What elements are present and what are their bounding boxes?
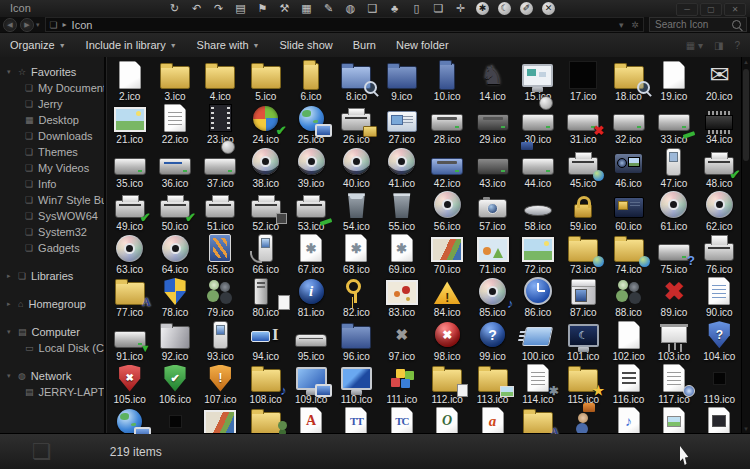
key-plus-icon[interactable]: ✛ xyxy=(454,2,467,15)
file-item[interactable]: 86.ico xyxy=(515,276,560,319)
file-item[interactable]: 34.ico xyxy=(697,103,742,146)
file-item[interactable]: ✔49.ico xyxy=(107,190,152,233)
sidebar-item-gadgets[interactable]: ❏Gadgets xyxy=(0,240,104,256)
file-item[interactable]: 103.ico xyxy=(651,320,696,363)
file-item[interactable]: 55.ico xyxy=(379,190,424,233)
trash-icon[interactable]: ▯ xyxy=(410,2,423,15)
vertical-scrollbar[interactable]: ▲ ▼ xyxy=(741,57,750,434)
sidebar-item-my-videos[interactable]: ❏My Videos xyxy=(0,160,104,176)
file-item[interactable]: 56.ico xyxy=(425,190,470,233)
file-item[interactable] xyxy=(651,406,696,434)
search-box[interactable] xyxy=(649,17,747,32)
file-item[interactable]: 63.ico xyxy=(107,233,152,276)
file-item[interactable]: ✖105.ico xyxy=(107,363,152,406)
file-item[interactable]: 51.ico xyxy=(198,190,243,233)
sidebar-item-jerry[interactable]: ❏Jerry xyxy=(0,96,104,112)
file-item[interactable]: 15.ico xyxy=(515,60,560,103)
file-item[interactable]: ♪108.ico xyxy=(243,363,288,406)
file-item[interactable]: 25.ico xyxy=(288,103,333,146)
pen-icon[interactable]: ✎ xyxy=(322,2,335,15)
moon-icon[interactable]: ☾ xyxy=(498,2,511,15)
file-item[interactable]: 3.ico xyxy=(152,60,197,103)
file-item[interactable]: ✔50.ico xyxy=(152,190,197,233)
maximize-button[interactable]: ▢ xyxy=(700,3,722,16)
file-item[interactable]: ✱68.ico xyxy=(334,233,379,276)
file-item[interactable]: 94.ico xyxy=(243,320,288,363)
file-item[interactable]: 26.ico xyxy=(334,103,379,146)
contacts-icon[interactable]: ❑ xyxy=(366,2,379,15)
gear-icon[interactable]: ✱ xyxy=(476,2,489,15)
file-item[interactable]: 112.ico xyxy=(425,363,470,406)
file-item[interactable]: 5.ico xyxy=(243,60,288,103)
file-item[interactable]: 18.ico xyxy=(606,60,651,103)
file-item[interactable]: 43.ico xyxy=(470,147,515,190)
file-item[interactable]: 29.ico xyxy=(470,103,515,146)
file-item[interactable]: 80.ico xyxy=(243,276,288,319)
file-item[interactable]: 32.ico xyxy=(606,103,651,146)
file-item[interactable]: 22.ico xyxy=(152,103,197,146)
file-item[interactable]: 54.ico xyxy=(334,190,379,233)
sidebar-item-homegroup[interactable]: ▸⌂Homegroup xyxy=(0,296,104,312)
sidebar-item-libraries[interactable]: ▸❏Libraries xyxy=(0,268,104,284)
expander-icon[interactable]: ▾ xyxy=(7,372,13,380)
file-item[interactable]: 60.ico xyxy=(606,190,651,233)
file-item[interactable] xyxy=(107,406,152,434)
file-item[interactable]: 19.ico xyxy=(651,60,696,103)
file-item[interactable]: 42.ico xyxy=(425,147,470,190)
file-item[interactable]: 73.ico xyxy=(561,233,606,276)
file-item[interactable]: 92.ico xyxy=(152,320,197,363)
scroll-up-icon[interactable]: ▲ xyxy=(742,57,750,67)
file-item[interactable]: 23.ico xyxy=(198,103,243,146)
file-item[interactable]: 70.ico xyxy=(425,233,470,276)
file-item[interactable]: ?75.ico xyxy=(651,233,696,276)
forward-icon[interactable]: ▶ xyxy=(20,18,34,32)
file-item[interactable]: 83.ico xyxy=(379,276,424,319)
breadcrumb-segment[interactable]: Icon xyxy=(72,19,93,31)
file-item[interactable] xyxy=(243,406,288,434)
file-item[interactable]: 33.ico xyxy=(651,103,696,146)
file-item[interactable]: a xyxy=(470,406,515,434)
refresh-icon[interactable]: ↻ xyxy=(168,2,181,15)
file-item[interactable]: 58.ico xyxy=(515,190,560,233)
chevron-down-icon[interactable]: ▾ xyxy=(619,20,624,30)
file-item[interactable]: 74.ico xyxy=(606,233,651,276)
file-item[interactable]: ▼91.ico xyxy=(107,320,152,363)
file-item[interactable]: ✖31.ico xyxy=(561,103,606,146)
file-item[interactable]: 100.ico xyxy=(515,320,560,363)
file-item[interactable]: 39.ico xyxy=(288,147,333,190)
file-item[interactable]: ✖98.ico xyxy=(425,320,470,363)
file-item[interactable]: 36.ico xyxy=(152,147,197,190)
file-item[interactable]: 38.ico xyxy=(243,147,288,190)
file-item[interactable]: ★115.ico xyxy=(561,363,606,406)
file-item[interactable]: 110.ico xyxy=(334,363,379,406)
sidebar-item-desktop[interactable]: ▦Desktop xyxy=(0,112,104,128)
file-item[interactable]: A xyxy=(288,406,333,434)
file-item[interactable]: 71.ico xyxy=(470,233,515,276)
file-item[interactable]: ♞14.ico xyxy=(470,60,515,103)
file-item[interactable]: 76.ico xyxy=(697,233,742,276)
file-item[interactable]: 87.ico xyxy=(561,276,606,319)
document-icon[interactable]: ❏ xyxy=(432,2,445,15)
close-circle-icon[interactable]: ✕ xyxy=(542,2,555,15)
back-icon[interactable]: ◀ xyxy=(3,18,17,32)
minimize-button[interactable]: ─ xyxy=(676,3,698,16)
toolbar-share-with[interactable]: Share with▼ xyxy=(187,33,270,57)
file-item[interactable]: ✱114.ico xyxy=(515,363,560,406)
toolbar-new-folder[interactable]: New folder xyxy=(386,33,459,57)
file-item[interactable]: ✔48.ico xyxy=(697,147,742,190)
file-item[interactable]: 65.ico xyxy=(198,233,243,276)
file-item[interactable]: 78.ico xyxy=(152,276,197,319)
breadcrumb[interactable]: ❏ ▸ Icon ▾ ✲ xyxy=(45,17,644,32)
search-input[interactable] xyxy=(650,19,732,30)
globe-icon[interactable]: ◍ xyxy=(344,2,357,15)
toolbar-organize[interactable]: Organize▼ xyxy=(0,33,76,57)
file-item[interactable]: 64.ico xyxy=(152,233,197,276)
file-item[interactable]: 102.ico xyxy=(606,320,651,363)
file-item[interactable]: 93.ico xyxy=(198,320,243,363)
file-item[interactable]: 10.ico xyxy=(425,60,470,103)
refresh-icon[interactable]: ✲ xyxy=(631,20,639,30)
file-item[interactable]: 61.ico xyxy=(651,190,696,233)
file-item[interactable]: 117.ico xyxy=(651,363,696,406)
file-item[interactable]: ♪85.ico xyxy=(470,276,515,319)
file-item[interactable]: 119.ico xyxy=(697,363,742,406)
